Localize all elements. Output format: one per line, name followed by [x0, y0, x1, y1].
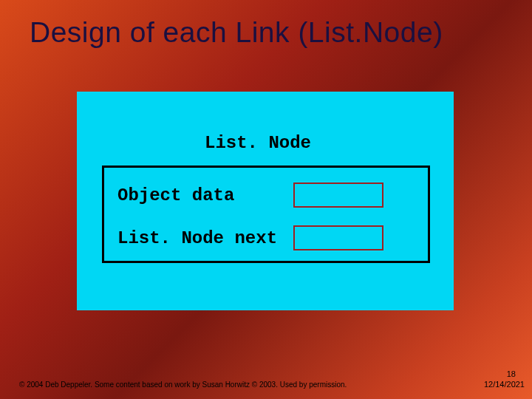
class-name-label: List. Node [205, 133, 311, 153]
copyright-footer: © 2004 Deb Deppeler. Some content based … [19, 381, 347, 389]
slide-date: 12/14/2021 [484, 380, 525, 389]
field-row-data: Object data [117, 183, 383, 208]
field-next-box [293, 225, 383, 250]
field-row-next: List. Node next [117, 225, 383, 250]
class-box: Object data List. Node next [102, 166, 430, 263]
field-data-label: Object data [117, 185, 293, 205]
slide-title: Design of each Link (List.Node) [30, 16, 443, 49]
field-next-label: List. Node next [117, 228, 293, 248]
page-number: 18 [507, 369, 516, 378]
diagram-panel: List. Node Object data List. Node next [77, 92, 454, 310]
field-data-box [293, 183, 383, 208]
